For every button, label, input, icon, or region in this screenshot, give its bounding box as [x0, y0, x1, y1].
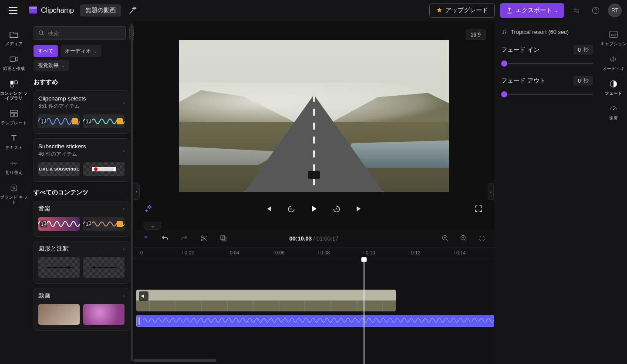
ruler-tick: 0:10 [364, 250, 375, 255]
fade-in-slider[interactable] [501, 61, 593, 66]
timeline-hscrollbar[interactable] [134, 359, 216, 362]
audio-clip[interactable] [136, 315, 494, 327]
ai-timeline-button[interactable] [140, 232, 152, 244]
svg-point-24 [89, 224, 91, 226]
playhead[interactable] [364, 258, 364, 364]
hamburger-menu[interactable] [5, 3, 21, 18]
rewind-5-button[interactable]: 5 [285, 203, 297, 215]
shape-thumb[interactable] [83, 257, 125, 278]
rail-templates[interactable]: テンプレート [0, 104, 27, 129]
music-note-icon [501, 29, 507, 35]
magic-wand-icon[interactable] [128, 6, 138, 15]
rail-record[interactable]: 録画と作成 [0, 50, 27, 75]
rail-content-library[interactable]: コンテンツ ライブラリ [0, 75, 27, 104]
filter-all[interactable]: すべて [34, 45, 58, 57]
zoom-fit-button[interactable] [476, 232, 488, 244]
filter-audio[interactable]: オーディオ⌄ [61, 45, 101, 57]
pack-subtitle: 46 件のアイテム [38, 150, 86, 158]
preview-stage: 16:9 5 5 [134, 21, 494, 230]
svg-point-23 [86, 225, 88, 227]
category-title: 図形と注釈 [38, 245, 69, 253]
rail-transitions[interactable]: 切り替え [0, 154, 27, 179]
rail-fade[interactable]: フェード [600, 75, 627, 100]
split-button[interactable] [198, 232, 210, 244]
svg-rect-8 [10, 81, 13, 84]
ruler-tick: 0:14 [454, 250, 465, 255]
music-note-icon [85, 220, 92, 227]
clip-audio-icon[interactable] [139, 291, 148, 301]
pack-subscribe-stickers[interactable]: Subscribe stickers 46 件のアイテム › LIKE & SU… [34, 138, 129, 182]
svg-rect-30 [222, 237, 226, 241]
fade-out-slider[interactable] [501, 92, 593, 97]
undo-button[interactable] [159, 232, 171, 244]
rail-media[interactable]: メディア [0, 25, 27, 50]
timeline-collapse-toggle[interactable]: ⌄ [144, 222, 161, 230]
rail-fade-label: フェード [605, 91, 622, 96]
fade-out-value[interactable]: 0 秒 [573, 76, 593, 86]
pack-subtitle: 651 件のアイテム [38, 103, 86, 110]
video-thumb[interactable] [83, 304, 125, 325]
library-scrollbar[interactable] [131, 23, 133, 361]
svg-text:5: 5 [336, 207, 337, 210]
fullscreen-button[interactable] [472, 203, 485, 215]
settings-icon[interactable] [570, 3, 583, 17]
svg-point-2 [135, 7, 136, 9]
video-clip[interactable] [136, 290, 396, 311]
library-search[interactable] [34, 26, 126, 40]
rail-record-label: 録画と作成 [3, 66, 25, 71]
filter-visual[interactable]: 視覚効果⌄ [34, 60, 69, 71]
category-shapes[interactable]: 図形と注釈 › [34, 241, 129, 284]
audio-thumb[interactable] [38, 217, 80, 231]
fade-in-label: フェード イン [501, 46, 539, 54]
shape-thumb[interactable] [38, 257, 80, 278]
rail-speed[interactable]: 速度 [600, 100, 627, 124]
svg-text:CC: CC [611, 33, 616, 37]
left-rail: メディア 録画と作成 コンテンツ ライブラリ テンプレート テキスト 切り替え … [0, 21, 27, 364]
rail-brand-kit[interactable]: ブランド キット [0, 179, 27, 208]
chevron-down-icon: ⌄ [94, 49, 97, 53]
video-thumb[interactable] [38, 304, 80, 325]
audio-thumb[interactable] [83, 114, 125, 128]
svg-point-21 [41, 225, 43, 227]
premium-badge-icon [72, 118, 78, 124]
chevron-down-icon: ⌄ [61, 63, 65, 68]
audio-thumb[interactable] [83, 217, 125, 231]
ai-sparkle-button[interactable] [143, 203, 155, 215]
export-button[interactable]: エクスポート ⌄ [500, 3, 564, 18]
duplicate-button[interactable] [217, 232, 229, 244]
upgrade-button[interactable]: アップグレード [429, 3, 495, 18]
rail-text-label: テキスト [5, 145, 23, 150]
fade-in-value[interactable]: 0 秒 [573, 45, 593, 55]
timeline-ruler[interactable]: 0 0:02 0:04 0:06 0:08 0:10 0:12 0:14 [134, 247, 494, 258]
timeline-tracks[interactable] [134, 258, 494, 364]
help-icon[interactable] [589, 3, 603, 17]
zoom-out-button[interactable] [439, 232, 452, 244]
video-preview[interactable] [179, 40, 449, 192]
pack-clipchamp-selects[interactable]: Clipchamp selects 651 件のアイテム › [34, 90, 129, 134]
time-total: 01:00.17 [317, 235, 339, 242]
rail-brand-label: ブランド キット [0, 195, 27, 204]
category-video[interactable]: 動画 › [34, 288, 129, 331]
category-music[interactable]: 音楽 › [34, 201, 129, 237]
play-button[interactable] [308, 203, 320, 215]
fade-out-row: フェード アウト 0 秒 [501, 76, 593, 97]
forward-5-button[interactable]: 5 [330, 203, 343, 215]
library-search-input[interactable] [48, 30, 121, 37]
sticker-thumb[interactable] [83, 162, 125, 176]
rail-text[interactable]: テキスト [0, 129, 27, 154]
sticker-thumb[interactable]: LIKE & SUBSCRIBE [38, 162, 80, 176]
skip-start-button[interactable] [263, 203, 275, 215]
skip-end-button[interactable] [353, 203, 365, 215]
aspect-ratio-button[interactable]: 16:9 [466, 30, 485, 40]
project-title[interactable]: 無題の動画 [80, 4, 121, 17]
zoom-in-button[interactable] [458, 232, 470, 244]
rail-audio[interactable]: オーディオ [600, 50, 627, 75]
rail-captions[interactable]: CC キャプション [600, 25, 627, 50]
redo-button[interactable] [178, 232, 190, 244]
user-avatar[interactable]: RT [608, 3, 622, 17]
app-logo[interactable]: Clipchamp [29, 6, 74, 15]
rail-captions-label: キャプション [600, 41, 627, 46]
svg-point-33 [502, 33, 503, 34]
audio-thumb[interactable] [38, 114, 80, 128]
topbar: Clipchamp 無題の動画 アップグレード エクスポート ⌄ RT [0, 0, 627, 21]
